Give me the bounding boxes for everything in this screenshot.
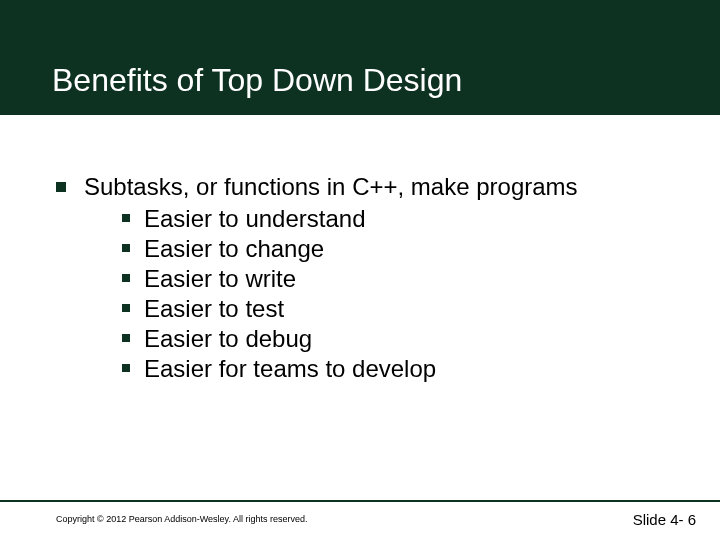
slide-title: Benefits of Top Down Design [52,62,462,99]
bullet-text: Subtasks, or functions in C++, make prog… [84,172,578,202]
sub-bullet-list: Easier to understand Easier to change Ea… [122,204,690,383]
square-bullet-icon [56,182,66,192]
bullet-text: Easier to change [144,234,324,263]
bullet-text: Easier to write [144,264,296,293]
square-bullet-icon [122,244,130,252]
square-bullet-icon [122,304,130,312]
bullet-text: Easier for teams to develop [144,354,436,383]
bullet-level2: Easier to debug [122,324,690,353]
square-bullet-icon [122,334,130,342]
bullet-level1: Subtasks, or functions in C++, make prog… [56,172,690,202]
slide-number: Slide 4- 6 [633,511,696,528]
bullet-level2: Easier to write [122,264,690,293]
bullet-level2: Easier to change [122,234,690,263]
bullet-level2: Easier to understand [122,204,690,233]
content-area: Subtasks, or functions in C++, make prog… [56,172,690,384]
footer-divider [0,500,720,502]
bullet-text: Easier to debug [144,324,312,353]
square-bullet-icon [122,274,130,282]
square-bullet-icon [122,214,130,222]
square-bullet-icon [122,364,130,372]
title-underline [0,113,720,115]
bullet-text: Easier to understand [144,204,365,233]
bullet-level2: Easier for teams to develop [122,354,690,383]
bullet-level2: Easier to test [122,294,690,323]
bullet-text: Easier to test [144,294,284,323]
copyright-text: Copyright © 2012 Pearson Addison-Wesley.… [56,514,307,524]
